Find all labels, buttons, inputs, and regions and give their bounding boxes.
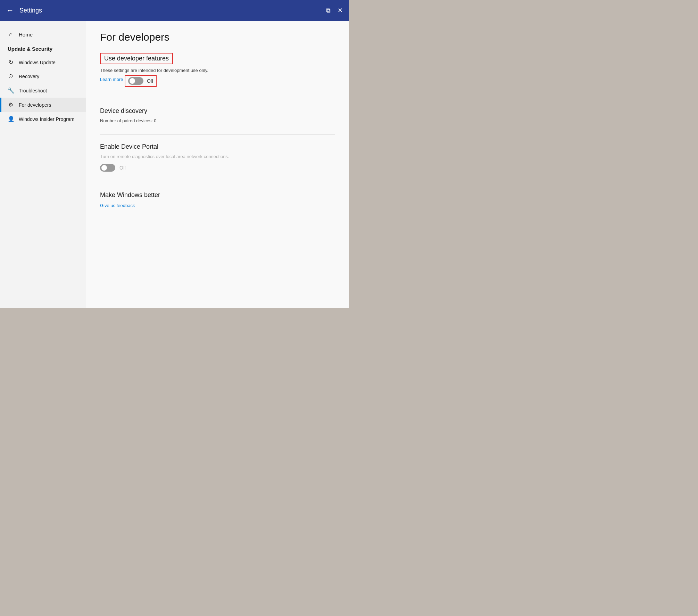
device-portal-toggle[interactable] (100, 164, 115, 172)
sidebar-item-label: Recovery (19, 74, 39, 79)
sidebar-item-windows-insider[interactable]: 👤 Windows Insider Program (0, 112, 86, 126)
device-portal-section: Enable Device Portal Turn on remote diag… (100, 143, 335, 172)
sidebar-item-windows-update[interactable]: ↻ Windows Update (0, 55, 86, 69)
device-portal-toggle-row: Off (100, 164, 335, 172)
developer-toggle-label: Off (147, 78, 153, 84)
app-body: ⌂ Home Update & Security ↻ Windows Updat… (0, 21, 349, 308)
title-bar-left: ← Settings (6, 7, 42, 14)
recovery-icon: ⏲ (8, 73, 14, 80)
divider-3 (100, 183, 335, 183)
close-button[interactable]: ✕ (338, 7, 343, 14)
developer-toggle-highlighted: Off (125, 75, 157, 87)
app-title: Settings (19, 7, 42, 14)
multiwindow-button[interactable]: ⧉ (326, 7, 331, 14)
sidebar-item-label: Windows Update (19, 60, 56, 65)
title-bar: ← Settings ⧉ ✕ (0, 0, 349, 21)
sidebar-item-for-developers[interactable]: ⚙ For developers (0, 98, 86, 112)
device-portal-toggle-label: Off (119, 165, 126, 171)
page-title: For developers (100, 31, 335, 43)
developer-features-toggle[interactable] (128, 77, 143, 85)
use-developer-features-section: Use developer features These settings ar… (100, 53, 335, 88)
give-feedback-link[interactable]: Give us feedback (100, 203, 135, 208)
device-portal-desc: Turn on remote diagnostics over local ar… (100, 154, 335, 159)
device-portal-title: Enable Device Portal (100, 143, 335, 150)
sidebar-item-label: Windows Insider Program (19, 116, 74, 122)
learn-more-link[interactable]: Learn more (100, 77, 123, 82)
troubleshoot-icon: 🔧 (8, 87, 14, 94)
divider-1 (100, 99, 335, 99)
device-discovery-section: Device discovery Number of paired device… (100, 107, 335, 123)
paired-devices-label: Number of paired devices: 0 (100, 118, 335, 123)
device-discovery-title: Device discovery (100, 107, 335, 115)
sidebar: ⌂ Home Update & Security ↻ Windows Updat… (0, 21, 86, 308)
make-windows-better-title: Make Windows better (100, 191, 335, 199)
content-area: For developers Use developer features Th… (86, 21, 349, 308)
windows-update-icon: ↻ (8, 59, 14, 66)
divider-2 (100, 134, 335, 135)
sidebar-home-label: Home (19, 32, 33, 38)
windows-insider-icon: 👤 (8, 116, 14, 122)
make-windows-better-section: Make Windows better Give us feedback (100, 191, 335, 208)
sidebar-item-recovery[interactable]: ⏲ Recovery (0, 69, 86, 83)
back-button[interactable]: ← (6, 7, 14, 14)
use-developer-features-desc: These settings are intended for developm… (100, 68, 335, 73)
sidebar-section-title: Update & Security (0, 41, 86, 55)
sidebar-item-label: Troubleshoot (19, 88, 47, 93)
use-developer-features-title: Use developer features (100, 53, 173, 64)
home-icon: ⌂ (8, 31, 14, 38)
developers-icon: ⚙ (8, 101, 14, 108)
sidebar-item-label: For developers (19, 102, 51, 108)
title-bar-right: ⧉ ✕ (326, 7, 343, 14)
sidebar-item-home[interactable]: ⌂ Home (0, 28, 86, 41)
sidebar-item-troubleshoot[interactable]: 🔧 Troubleshoot (0, 83, 86, 98)
